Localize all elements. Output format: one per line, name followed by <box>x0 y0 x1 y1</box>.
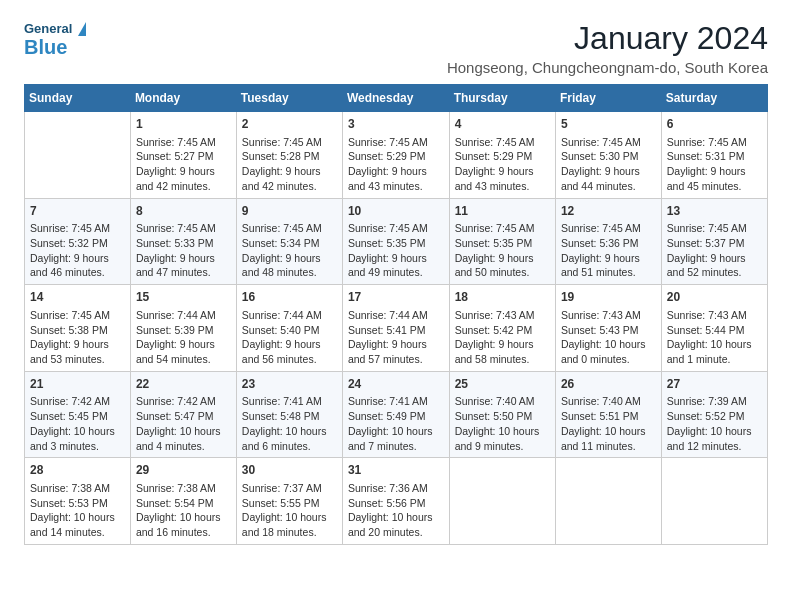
calendar-week-row: 1Sunrise: 7:45 AM Sunset: 5:27 PM Daylig… <box>25 112 768 199</box>
calendar-day-cell: 8Sunrise: 7:45 AM Sunset: 5:33 PM Daylig… <box>130 198 236 285</box>
day-info: Sunrise: 7:44 AM Sunset: 5:41 PM Dayligh… <box>348 308 444 367</box>
calendar-day-cell: 15Sunrise: 7:44 AM Sunset: 5:39 PM Dayli… <box>130 285 236 372</box>
day-number: 16 <box>242 289 337 306</box>
calendar-day-cell: 10Sunrise: 7:45 AM Sunset: 5:35 PM Dayli… <box>342 198 449 285</box>
day-info: Sunrise: 7:37 AM Sunset: 5:55 PM Dayligh… <box>242 481 337 540</box>
logo-general: General <box>24 21 72 36</box>
calendar-day-cell <box>661 458 767 545</box>
day-info: Sunrise: 7:41 AM Sunset: 5:49 PM Dayligh… <box>348 394 444 453</box>
day-number: 1 <box>136 116 231 133</box>
day-number: 9 <box>242 203 337 220</box>
day-info: Sunrise: 7:45 AM Sunset: 5:37 PM Dayligh… <box>667 221 762 280</box>
day-of-week-header: Tuesday <box>236 85 342 112</box>
day-number: 24 <box>348 376 444 393</box>
day-number: 5 <box>561 116 656 133</box>
calendar-day-cell <box>449 458 555 545</box>
day-number: 11 <box>455 203 550 220</box>
day-of-week-header: Saturday <box>661 85 767 112</box>
calendar-header-row: SundayMondayTuesdayWednesdayThursdayFrid… <box>25 85 768 112</box>
day-number: 10 <box>348 203 444 220</box>
day-number: 25 <box>455 376 550 393</box>
day-info: Sunrise: 7:42 AM Sunset: 5:45 PM Dayligh… <box>30 394 125 453</box>
day-number: 8 <box>136 203 231 220</box>
calendar-day-cell: 31Sunrise: 7:36 AM Sunset: 5:56 PM Dayli… <box>342 458 449 545</box>
day-number: 27 <box>667 376 762 393</box>
calendar-day-cell <box>25 112 131 199</box>
day-info: Sunrise: 7:43 AM Sunset: 5:44 PM Dayligh… <box>667 308 762 367</box>
day-info: Sunrise: 7:45 AM Sunset: 5:31 PM Dayligh… <box>667 135 762 194</box>
day-of-week-header: Friday <box>555 85 661 112</box>
day-number: 28 <box>30 462 125 479</box>
calendar-day-cell: 1Sunrise: 7:45 AM Sunset: 5:27 PM Daylig… <box>130 112 236 199</box>
day-number: 17 <box>348 289 444 306</box>
day-number: 26 <box>561 376 656 393</box>
day-info: Sunrise: 7:45 AM Sunset: 5:27 PM Dayligh… <box>136 135 231 194</box>
day-number: 31 <box>348 462 444 479</box>
day-of-week-header: Wednesday <box>342 85 449 112</box>
day-of-week-header: Thursday <box>449 85 555 112</box>
day-info: Sunrise: 7:44 AM Sunset: 5:40 PM Dayligh… <box>242 308 337 367</box>
day-info: Sunrise: 7:36 AM Sunset: 5:56 PM Dayligh… <box>348 481 444 540</box>
calendar-day-cell: 23Sunrise: 7:41 AM Sunset: 5:48 PM Dayli… <box>236 371 342 458</box>
day-of-week-header: Sunday <box>25 85 131 112</box>
calendar-day-cell: 3Sunrise: 7:45 AM Sunset: 5:29 PM Daylig… <box>342 112 449 199</box>
calendar-day-cell: 9Sunrise: 7:45 AM Sunset: 5:34 PM Daylig… <box>236 198 342 285</box>
day-number: 2 <box>242 116 337 133</box>
month-year: January 2024 <box>447 20 768 57</box>
calendar-day-cell: 2Sunrise: 7:45 AM Sunset: 5:28 PM Daylig… <box>236 112 342 199</box>
calendar-week-row: 7Sunrise: 7:45 AM Sunset: 5:32 PM Daylig… <box>25 198 768 285</box>
day-number: 21 <box>30 376 125 393</box>
day-info: Sunrise: 7:42 AM Sunset: 5:47 PM Dayligh… <box>136 394 231 453</box>
day-number: 4 <box>455 116 550 133</box>
day-number: 22 <box>136 376 231 393</box>
calendar-day-cell: 13Sunrise: 7:45 AM Sunset: 5:37 PM Dayli… <box>661 198 767 285</box>
logo: General Blue <box>24 20 86 59</box>
calendar-day-cell: 5Sunrise: 7:45 AM Sunset: 5:30 PM Daylig… <box>555 112 661 199</box>
location: Hongseong, Chungcheongnam-do, South Kore… <box>447 59 768 76</box>
calendar-day-cell: 14Sunrise: 7:45 AM Sunset: 5:38 PM Dayli… <box>25 285 131 372</box>
day-number: 7 <box>30 203 125 220</box>
day-number: 14 <box>30 289 125 306</box>
day-number: 3 <box>348 116 444 133</box>
calendar-day-cell: 20Sunrise: 7:43 AM Sunset: 5:44 PM Dayli… <box>661 285 767 372</box>
day-info: Sunrise: 7:41 AM Sunset: 5:48 PM Dayligh… <box>242 394 337 453</box>
calendar-day-cell: 28Sunrise: 7:38 AM Sunset: 5:53 PM Dayli… <box>25 458 131 545</box>
day-info: Sunrise: 7:45 AM Sunset: 5:35 PM Dayligh… <box>455 221 550 280</box>
calendar-day-cell: 24Sunrise: 7:41 AM Sunset: 5:49 PM Dayli… <box>342 371 449 458</box>
calendar-day-cell: 4Sunrise: 7:45 AM Sunset: 5:29 PM Daylig… <box>449 112 555 199</box>
day-number: 30 <box>242 462 337 479</box>
day-number: 13 <box>667 203 762 220</box>
day-number: 6 <box>667 116 762 133</box>
day-number: 19 <box>561 289 656 306</box>
calendar-day-cell: 26Sunrise: 7:40 AM Sunset: 5:51 PM Dayli… <box>555 371 661 458</box>
calendar-day-cell: 6Sunrise: 7:45 AM Sunset: 5:31 PM Daylig… <box>661 112 767 199</box>
calendar-day-cell <box>555 458 661 545</box>
day-info: Sunrise: 7:38 AM Sunset: 5:53 PM Dayligh… <box>30 481 125 540</box>
day-info: Sunrise: 7:40 AM Sunset: 5:50 PM Dayligh… <box>455 394 550 453</box>
day-info: Sunrise: 7:45 AM Sunset: 5:30 PM Dayligh… <box>561 135 656 194</box>
day-number: 20 <box>667 289 762 306</box>
day-info: Sunrise: 7:39 AM Sunset: 5:52 PM Dayligh… <box>667 394 762 453</box>
day-info: Sunrise: 7:43 AM Sunset: 5:42 PM Dayligh… <box>455 308 550 367</box>
calendar-day-cell: 11Sunrise: 7:45 AM Sunset: 5:35 PM Dayli… <box>449 198 555 285</box>
calendar-day-cell: 22Sunrise: 7:42 AM Sunset: 5:47 PM Dayli… <box>130 371 236 458</box>
day-number: 29 <box>136 462 231 479</box>
day-info: Sunrise: 7:38 AM Sunset: 5:54 PM Dayligh… <box>136 481 231 540</box>
day-info: Sunrise: 7:45 AM Sunset: 5:38 PM Dayligh… <box>30 308 125 367</box>
calendar-week-row: 28Sunrise: 7:38 AM Sunset: 5:53 PM Dayli… <box>25 458 768 545</box>
day-number: 23 <box>242 376 337 393</box>
day-info: Sunrise: 7:45 AM Sunset: 5:33 PM Dayligh… <box>136 221 231 280</box>
day-info: Sunrise: 7:45 AM Sunset: 5:28 PM Dayligh… <box>242 135 337 194</box>
calendar-week-row: 21Sunrise: 7:42 AM Sunset: 5:45 PM Dayli… <box>25 371 768 458</box>
day-info: Sunrise: 7:45 AM Sunset: 5:32 PM Dayligh… <box>30 221 125 280</box>
calendar-day-cell: 27Sunrise: 7:39 AM Sunset: 5:52 PM Dayli… <box>661 371 767 458</box>
day-info: Sunrise: 7:45 AM Sunset: 5:36 PM Dayligh… <box>561 221 656 280</box>
calendar-day-cell: 25Sunrise: 7:40 AM Sunset: 5:50 PM Dayli… <box>449 371 555 458</box>
day-number: 12 <box>561 203 656 220</box>
title-section: January 2024 Hongseong, Chungcheongnam-d… <box>447 20 768 76</box>
day-info: Sunrise: 7:45 AM Sunset: 5:29 PM Dayligh… <box>348 135 444 194</box>
calendar-day-cell: 19Sunrise: 7:43 AM Sunset: 5:43 PM Dayli… <box>555 285 661 372</box>
day-info: Sunrise: 7:40 AM Sunset: 5:51 PM Dayligh… <box>561 394 656 453</box>
calendar-day-cell: 21Sunrise: 7:42 AM Sunset: 5:45 PM Dayli… <box>25 371 131 458</box>
calendar-day-cell: 16Sunrise: 7:44 AM Sunset: 5:40 PM Dayli… <box>236 285 342 372</box>
